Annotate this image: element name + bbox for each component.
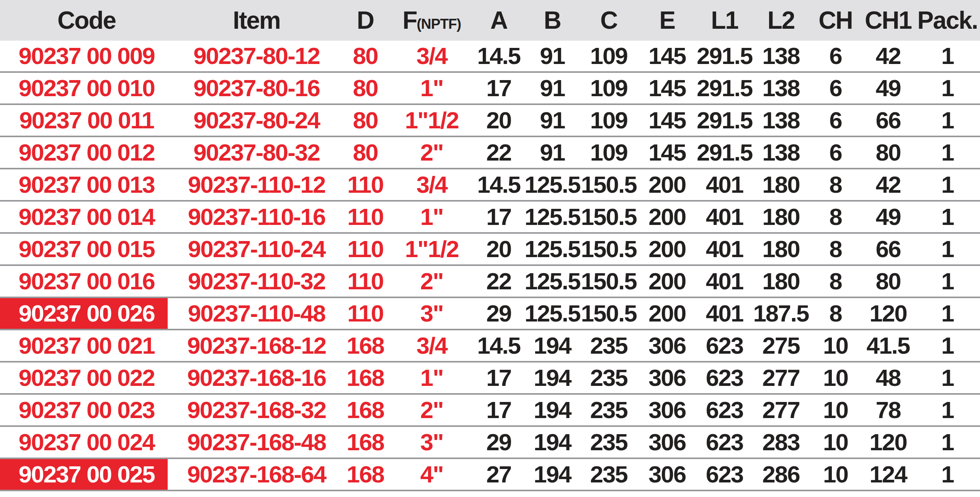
cell-l2: 180 [752,201,810,233]
cell-pack: 1 [915,169,980,201]
cell-ch: 8 [810,201,861,233]
cell-item: 90237-168-12 [173,330,340,362]
cell-ch: 10 [810,426,861,458]
cell-l2: 283 [752,426,810,458]
spec-table: CodeItemDF(NPTF)ABCEL1L2CHCH1Pack. 90237… [0,0,980,491]
cell-a: 17 [473,201,524,233]
cell-c: 235 [580,458,637,490]
cell-ch1: 42 [861,169,915,201]
cell-ch: 10 [810,394,861,426]
table-row: 90237 00 01090237-80-16801"1791109145291… [0,72,980,104]
cell-f: 3" [390,297,473,330]
cell-pack: 1 [915,330,980,362]
cell-f: 3/4 [390,330,473,362]
cell-l2: 286 [752,458,810,490]
table-row: 90237 00 01490237-110-161101"17125.5150.… [0,201,980,233]
cell-f: 1" [390,201,473,233]
cell-l1: 401 [697,297,752,330]
cell-e: 306 [637,426,697,458]
cell-a: 17 [473,72,524,104]
cell-b: 194 [524,458,580,490]
column-header-label: D [357,7,374,34]
table-row: 90237 00 01690237-110-321102"22125.5150.… [0,265,980,297]
table-row: 90237 00 02390237-168-321682"17194235306… [0,394,980,426]
cell-b: 91 [524,136,580,169]
cell-l2: 138 [752,41,810,72]
cell-d: 80 [340,136,390,169]
column-header-a: A [473,0,524,41]
cell-ch1: 49 [861,201,915,233]
cell-e: 200 [637,297,697,330]
cell-l1: 401 [697,201,752,233]
cell-e: 200 [637,201,697,233]
cell-c: 235 [580,330,637,362]
cell-e: 200 [637,169,697,201]
cell-code: 90237 00 009 [0,41,173,72]
cell-code: 90237 00 013 [0,169,173,201]
cell-f: 3" [390,426,473,458]
cell-d: 168 [340,362,390,394]
cell-b: 125.5 [524,297,580,330]
cell-ch1: 66 [861,233,915,265]
cell-l1: 623 [697,458,752,490]
cell-ch1: 42 [861,41,915,72]
column-header-label: L1 [711,7,738,34]
cell-a: 17 [473,362,524,394]
cell-c: 150.5 [580,169,637,201]
cell-l1: 623 [697,426,752,458]
cell-pack: 1 [915,426,980,458]
cell-ch1: 120 [861,426,915,458]
cell-item: 90237-110-16 [173,201,340,233]
column-header-label: A [490,7,507,34]
cell-l1: 623 [697,362,752,394]
table-row: 90237 00 01190237-80-24801"1/22091109145… [0,104,980,136]
cell-f: 4" [390,458,473,490]
cell-e: 306 [637,362,697,394]
column-header-sublabel: (NPTF) [417,16,461,32]
cell-l1: 401 [697,169,752,201]
cell-l2: 138 [752,104,810,136]
cell-d: 168 [340,458,390,490]
cell-d: 80 [340,72,390,104]
cell-e: 145 [637,72,697,104]
cell-ch: 8 [810,233,861,265]
cell-ch: 8 [810,265,861,297]
cell-l1: 291.5 [697,136,752,169]
column-header-label: E [659,7,675,34]
column-header-code: Code [0,0,173,41]
cell-c: 109 [580,72,637,104]
cell-e: 145 [637,104,697,136]
table-row: 90237 00 02490237-168-481683"29194235306… [0,426,980,458]
cell-e: 145 [637,136,697,169]
cell-ch1: 49 [861,72,915,104]
cell-item: 90237-80-32 [173,136,340,169]
cell-e: 306 [637,330,697,362]
cell-code: 90237 00 026 [0,297,173,330]
cell-ch1: 120 [861,297,915,330]
cell-b: 194 [524,394,580,426]
cell-b: 125.5 [524,169,580,201]
cell-code: 90237 00 016 [0,265,173,297]
column-header-label: CH1 [865,7,911,34]
cell-f: 1" [390,72,473,104]
cell-d: 168 [340,394,390,426]
cell-a: 20 [473,104,524,136]
cell-ch1: 66 [861,104,915,136]
cell-code: 90237 00 025 [0,458,173,490]
table-row: 90237 00 01290237-80-32802"2291109145291… [0,136,980,169]
cell-code: 90237 00 014 [0,201,173,233]
cell-code: 90237 00 012 [0,136,173,169]
cell-b: 125.5 [524,265,580,297]
cell-l1: 623 [697,330,752,362]
cell-ch: 6 [810,41,861,72]
table-row: 90237 00 01590237-110-241101"1/220125.51… [0,233,980,265]
cell-a: 22 [473,265,524,297]
column-header-d: D [340,0,390,41]
cell-c: 109 [580,41,637,72]
cell-b: 91 [524,104,580,136]
cell-c: 235 [580,394,637,426]
cell-code: 90237 00 011 [0,104,173,136]
cell-item: 90237-80-12 [173,41,340,72]
cell-l2: 138 [752,72,810,104]
cell-c: 150.5 [580,201,637,233]
